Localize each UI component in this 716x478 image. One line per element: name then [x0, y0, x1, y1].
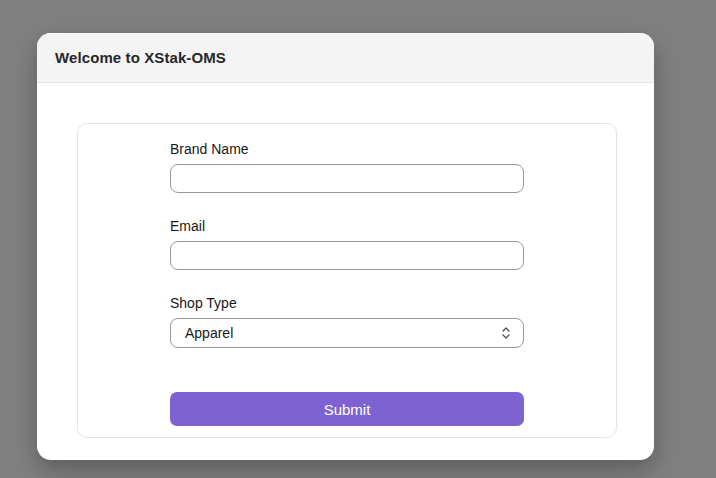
welcome-modal: Welcome to XStak-OMS Brand Name Email Sh… — [37, 33, 654, 460]
submit-button[interactable]: Submit — [170, 392, 524, 426]
email-label: Email — [170, 219, 524, 233]
shop-type-selected-value: Apparel — [185, 325, 233, 341]
up-down-chevron-icon — [501, 326, 511, 340]
shop-type-field-group: Shop Type Apparel — [170, 296, 524, 348]
brand-name-input[interactable] — [170, 164, 524, 193]
brand-name-label: Brand Name — [170, 142, 524, 156]
modal-title: Welcome to XStak-OMS — [55, 49, 226, 66]
shop-type-label: Shop Type — [170, 296, 524, 310]
shop-type-select[interactable]: Apparel — [170, 318, 524, 348]
form-column: Brand Name Email Shop Type Apparel — [170, 124, 524, 426]
email-field[interactable] — [170, 241, 524, 270]
modal-header: Welcome to XStak-OMS — [37, 33, 654, 83]
email-field-group: Email — [170, 219, 524, 270]
onboarding-form-card: Brand Name Email Shop Type Apparel — [77, 123, 617, 438]
brand-name-field-group: Brand Name — [170, 142, 524, 193]
